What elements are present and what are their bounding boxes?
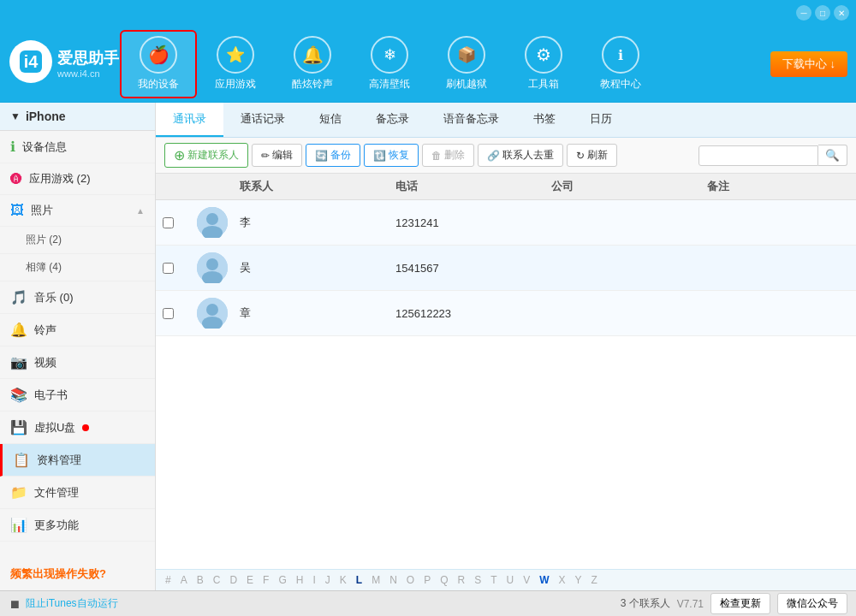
alpha-char-W[interactable]: W (537, 573, 551, 587)
delete-btn[interactable]: 🗑 删除 (422, 144, 474, 167)
sidebar-item-apps[interactable]: 🅐 应用游戏 (2) (0, 163, 155, 195)
check-update-btn[interactable]: 检查更新 (710, 593, 770, 614)
search-button[interactable]: 🔍 (818, 145, 847, 166)
video-icon: 📷 (10, 354, 27, 370)
row3-note (700, 298, 856, 329)
tab-call-log[interactable]: 通话记录 (223, 103, 302, 137)
version-text: V7.71 (677, 598, 704, 610)
udisk-icon: 💾 (10, 419, 27, 435)
new-contact-btn[interactable]: ⊕ 新建联系人 (164, 143, 248, 168)
sidebar-item-device-info[interactable]: ℹ 设备信息 (0, 131, 155, 163)
row2-check[interactable] (163, 263, 174, 274)
tab-bookmarks[interactable]: 书签 (516, 103, 573, 137)
wechat-btn[interactable]: 微信公众号 (777, 593, 847, 614)
row1-check[interactable] (163, 217, 174, 228)
alpha-char-R: R (455, 573, 468, 587)
sidebar-item-music[interactable]: 🎵 音乐 (0) (0, 281, 155, 314)
data-mgmt-icon: 📋 (13, 452, 30, 468)
toolbar: ⊕ 新建联系人 ✏ 编辑 🔄 备份 🔃 恢复 🗑 删除 🔗 联系人去重 (156, 138, 856, 174)
row1-checkbox[interactable] (156, 207, 190, 238)
alpha-char-G: G (276, 573, 288, 587)
row2-checkbox[interactable] (156, 252, 190, 283)
sidebar-data-mgmt-label: 资料管理 (37, 453, 81, 468)
tab-calendar[interactable]: 日历 (573, 103, 629, 137)
sidebar-item-more[interactable]: 📊 更多功能 (0, 509, 155, 542)
restore-btn[interactable]: 🔃 恢复 (364, 144, 419, 167)
nav-tools[interactable]: ⚙ 工具箱 (505, 30, 582, 98)
dedup-btn[interactable]: 🔗 联系人去重 (478, 144, 563, 167)
row3-check[interactable] (163, 308, 174, 319)
albums-sub-label: 相簿 (4) (26, 260, 62, 275)
tab-notes[interactable]: 备忘录 (359, 103, 426, 137)
sidebar-subitem-albums[interactable]: 相簿 (4) (0, 254, 155, 281)
nav-wallpaper-label: 高清壁纸 (369, 77, 410, 92)
tab-contacts[interactable]: 通讯录 (156, 103, 223, 137)
svg-text:i4: i4 (24, 52, 39, 71)
alpha-char-T: T (488, 573, 499, 587)
delete-icon: 🗑 (431, 150, 442, 162)
nav-tutorials[interactable]: ℹ 教程中心 (582, 30, 659, 98)
sidebar-item-ringtones[interactable]: 🔔 铃声 (0, 314, 155, 346)
sidebar-udisk-label: 虚拟U盘 (34, 420, 75, 435)
row3-phone: 125612223 (389, 298, 544, 329)
edit-btn[interactable]: ✏ 编辑 (252, 144, 302, 167)
sidebar-item-video[interactable]: 📷 视频 (0, 346, 155, 379)
table-row: 李 1231241 (156, 200, 856, 246)
sidebar-item-udisk[interactable]: 💾 虚拟U盘 (0, 412, 155, 444)
nav-wallpaper[interactable]: ❄ 高清壁纸 (351, 30, 428, 98)
nav-ringtones[interactable]: 🔔 酷炫铃声 (274, 30, 351, 98)
statusbar: ⏹ 阻止iTunes自动运行 3 个联系人 V7.71 检查更新 微信公众号 (0, 590, 856, 616)
sidebar-item-ebook[interactable]: 📚 电子书 (0, 379, 155, 412)
row3-checkbox[interactable] (156, 298, 190, 329)
minimize-btn[interactable]: ─ (796, 5, 811, 21)
nav-icons: 🍎 我的设备 ⭐ 应用游戏 🔔 酷炫铃声 ❄ 高清壁纸 📦 刷机越狱 ⚙ 工具箱… (120, 30, 770, 98)
backup-btn[interactable]: 🔄 备份 (306, 144, 360, 167)
search-input[interactable] (698, 145, 818, 166)
maximize-btn[interactable]: □ (815, 5, 830, 21)
refresh-icon: ↻ (576, 150, 585, 162)
refresh-btn[interactable]: ↻ 刷新 (567, 144, 617, 167)
header-note: 备注 (700, 179, 856, 194)
status-right: 3 个联系人 V7.71 检查更新 微信公众号 (621, 593, 847, 614)
sidebar-item-photos[interactable]: 🖼 照片 ▲ (0, 195, 155, 227)
alpha-char-L[interactable]: L (354, 573, 365, 587)
app-url: www.i4.cn (57, 68, 119, 79)
edit-icon: ✏ (261, 150, 270, 162)
header-name: 联系人 (233, 179, 389, 194)
alpha-char-E: E (244, 573, 256, 587)
tab-sms[interactable]: 短信 (302, 103, 359, 137)
nav-jailbreak[interactable]: 📦 刷机越狱 (428, 30, 505, 98)
alpha-char-V: V (520, 573, 532, 587)
alpha-char-N: N (387, 573, 400, 587)
tabs: 通讯录 通话记录 短信 备忘录 语音备忘录 书签 日历 (156, 103, 856, 138)
svg-point-9 (206, 304, 218, 316)
table-row: 章 125612223 (156, 291, 856, 336)
photos-collapse-icon[interactable]: ▲ (136, 206, 145, 216)
contact-count: 3 个联系人 (621, 596, 670, 611)
header: i4 爱思助手 www.i4.cn 🍎 我的设备 ⭐ 应用游戏 🔔 酷炫铃声 ❄… (0, 26, 856, 103)
music-icon: 🎵 (10, 289, 27, 305)
ringtones-icon: 🔔 (294, 36, 331, 74)
row3-company (544, 298, 700, 329)
photos-sub-label: 照片 (2) (26, 233, 62, 247)
row1-company (544, 207, 700, 238)
sidebar-item-data-mgmt[interactable]: 📋 资料管理 (0, 444, 155, 477)
logo-area: i4 爱思助手 www.i4.cn (9, 40, 120, 88)
close-btn[interactable]: ✕ (834, 5, 849, 21)
stop-itunes-btn[interactable]: 阻止iTunes自动运行 (26, 596, 118, 611)
row2-avatar (190, 252, 233, 283)
nav-apps[interactable]: ⭐ 应用游戏 (197, 30, 274, 98)
download-btn[interactable]: 下载中心 ↓ (770, 51, 847, 77)
tab-voice-notes[interactable]: 语音备忘录 (426, 103, 516, 137)
sidebar-subitem-photos[interactable]: 照片 (2) (0, 227, 155, 254)
alpha-char-X: X (556, 573, 568, 587)
nav-my-device[interactable]: 🍎 我的设备 (120, 30, 197, 98)
faq-link[interactable]: 频繁出现操作失败? (10, 567, 106, 580)
tools-icon: ⚙ (525, 36, 562, 74)
row3-name: 章 (233, 298, 389, 329)
sidebar-more-label: 更多功能 (34, 518, 79, 533)
sidebar-item-file-mgmt[interactable]: 📁 文件管理 (0, 477, 155, 509)
alpha-char-H: H (294, 573, 306, 587)
collapse-icon[interactable]: ▼ (10, 110, 21, 122)
ebook-icon: 📚 (10, 387, 27, 403)
